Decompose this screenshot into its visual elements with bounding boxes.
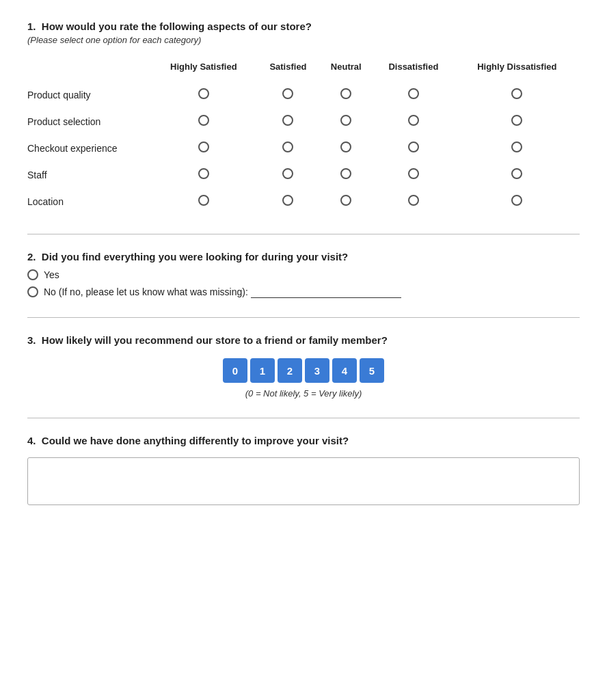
scale-btn-5[interactable]: 5 bbox=[360, 358, 384, 383]
row-label: Checkout experience bbox=[27, 135, 150, 161]
q4-title-text: Could we have done anything differently … bbox=[42, 435, 349, 446]
radio-row1-col1[interactable] bbox=[282, 115, 293, 126]
col-highly-satisfied: Highly Satisfied bbox=[150, 57, 257, 81]
radio-row2-col4[interactable] bbox=[511, 142, 522, 152]
radio-row0-col0[interactable] bbox=[198, 88, 209, 99]
question-1-block: 1. How would you rate the following aspe… bbox=[27, 21, 580, 215]
col-dissatisfied: Dissatisfied bbox=[373, 57, 454, 81]
q1-title-text: How would you rate the following aspects… bbox=[42, 21, 312, 32]
radio-row3-col4[interactable] bbox=[511, 168, 522, 179]
col-highly-dissatisfied: Highly Dissatisfied bbox=[455, 57, 580, 81]
radio-row1-col2[interactable] bbox=[340, 115, 351, 126]
question-3-block: 3. How likely will you recommend our sto… bbox=[27, 334, 580, 399]
question-4-block: 4. Could we have done anything different… bbox=[27, 435, 580, 507]
table-header-row: Highly Satisfied Satisfied Neutral Dissa… bbox=[27, 57, 580, 81]
col-satisfied: Satisfied bbox=[257, 57, 320, 81]
scale-btn-4[interactable]: 4 bbox=[332, 358, 357, 383]
radio-row2-col2[interactable] bbox=[340, 142, 351, 152]
q2-no-label: No (If no, please let us know what was m… bbox=[44, 286, 248, 297]
q1-number: 1. bbox=[27, 21, 36, 32]
q3-scale-label: (0 = Not likely, 5 = Very likely) bbox=[27, 388, 580, 399]
row-label: Product selection bbox=[27, 108, 150, 135]
col-neutral: Neutral bbox=[319, 57, 373, 81]
scale-btn-3[interactable]: 3 bbox=[305, 358, 329, 383]
radio-row2-col0[interactable] bbox=[198, 142, 209, 152]
radio-row1-col3[interactable] bbox=[408, 115, 419, 126]
radio-row0-col2[interactable] bbox=[340, 88, 351, 99]
question-2-block: 2. Did you find everything you were look… bbox=[27, 251, 580, 298]
table-row: Staff bbox=[27, 161, 580, 188]
q2-missing-input[interactable] bbox=[251, 286, 401, 298]
q4-title: 4. Could we have done anything different… bbox=[27, 435, 580, 446]
header-empty bbox=[27, 57, 150, 81]
q2-number: 2. bbox=[27, 251, 36, 262]
q1-subtitle: (Please select one option for each categ… bbox=[27, 35, 580, 45]
row-label: Location bbox=[27, 188, 150, 215]
radio-row3-col2[interactable] bbox=[340, 168, 351, 179]
q4-number: 4. bbox=[27, 435, 36, 446]
radio-row0-col4[interactable] bbox=[511, 88, 522, 99]
q2-title: 2. Did you find everything you were look… bbox=[27, 251, 580, 262]
radio-row0-col3[interactable] bbox=[408, 88, 419, 99]
radio-row4-col0[interactable] bbox=[198, 195, 209, 206]
table-row: Checkout experience bbox=[27, 135, 580, 161]
q1-title: 1. How would you rate the following aspe… bbox=[27, 21, 580, 32]
q2-options: Yes No (If no, please let us know what w… bbox=[27, 269, 580, 298]
q3-number: 3. bbox=[27, 334, 36, 346]
radio-row4-col4[interactable] bbox=[511, 195, 522, 206]
table-row: Product quality bbox=[27, 81, 580, 108]
radio-row1-col4[interactable] bbox=[511, 115, 522, 126]
radio-row3-col3[interactable] bbox=[408, 168, 419, 179]
scale-btn-2[interactable]: 2 bbox=[278, 358, 302, 383]
radio-row3-col0[interactable] bbox=[198, 168, 209, 179]
rating-table: Highly Satisfied Satisfied Neutral Dissa… bbox=[27, 57, 580, 215]
scale-btn-1[interactable]: 1 bbox=[250, 358, 275, 383]
divider-3 bbox=[27, 418, 580, 418]
q2-no-option: No (If no, please let us know what was m… bbox=[27, 286, 580, 298]
radio-row4-col3[interactable] bbox=[408, 195, 419, 206]
table-row: Product selection bbox=[27, 108, 580, 135]
radio-row3-col1[interactable] bbox=[282, 168, 293, 179]
q2-title-text: Did you find everything you were looking… bbox=[42, 251, 348, 262]
q4-textarea[interactable] bbox=[27, 457, 580, 505]
radio-row4-col2[interactable] bbox=[340, 195, 351, 206]
divider-2 bbox=[27, 317, 580, 318]
row-label: Staff bbox=[27, 161, 150, 188]
scale-btn-0[interactable]: 0 bbox=[223, 358, 247, 383]
q2-yes-option: Yes bbox=[27, 269, 580, 280]
radio-row0-col1[interactable] bbox=[282, 88, 293, 99]
divider-1 bbox=[27, 234, 580, 234]
radio-row1-col0[interactable] bbox=[198, 115, 209, 126]
q3-title: 3. How likely will you recommend our sto… bbox=[27, 334, 580, 346]
q2-no-radio[interactable] bbox=[27, 286, 38, 297]
radio-row2-col1[interactable] bbox=[282, 142, 293, 152]
q3-scale-buttons: 012345 bbox=[27, 358, 580, 383]
q2-yes-radio[interactable] bbox=[27, 269, 38, 280]
q2-yes-label: Yes bbox=[44, 269, 59, 280]
table-row: Location bbox=[27, 188, 580, 215]
radio-row2-col3[interactable] bbox=[408, 142, 419, 152]
q3-title-text: How likely will you recommend our store … bbox=[42, 334, 388, 346]
row-label: Product quality bbox=[27, 81, 150, 108]
radio-row4-col1[interactable] bbox=[282, 195, 293, 206]
